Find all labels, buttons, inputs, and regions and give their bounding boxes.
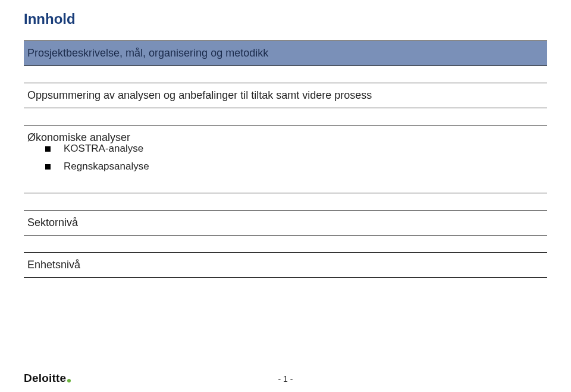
toc-item-enhetsniva: Enhetsnivå (24, 252, 547, 278)
toc-item-sektorniva: Sektornivå (24, 210, 547, 236)
logo-dot-icon (67, 379, 71, 382)
divider (24, 193, 547, 193)
page-number: - 1 - (278, 374, 293, 384)
toc-item-label: Prosjektbeskrivelse, mål, organisering o… (27, 47, 268, 59)
toc-subitem-label: KOSTRA-analyse (64, 143, 143, 155)
toc-item-label: Sektornivå (27, 217, 78, 228)
bullet-icon (45, 164, 51, 170)
toc-sublist: KOSTRA-analyse Regnskapsanalyse (24, 140, 547, 176)
toc-item-label: Økonomiske analyser (27, 131, 130, 143)
logo: Deloitte (24, 372, 71, 385)
toc-item-oppsummering: Oppsummering av analysen og anbefalinger… (24, 83, 547, 108)
toc-subitem-label: Regnskapsanalyse (64, 161, 149, 173)
document-page: Innhold Prosjektbeskrivelse, mål, organi… (0, 0, 571, 392)
toc-subitem-kostra: KOSTRA-analyse (24, 140, 547, 158)
toc-subitem-regnskap: Regnskapsanalyse (24, 158, 547, 176)
page-title: Innhold (24, 11, 547, 27)
page-footer: Deloitte - 1 - (24, 369, 547, 385)
toc-item-label: Enhetsnivå (27, 259, 80, 271)
bullet-icon (45, 146, 51, 152)
toc-item-prosjektbeskrivelse: Prosjektbeskrivelse, mål, organisering o… (24, 40, 547, 66)
toc-item-label: Oppsummering av analysen og anbefalinger… (27, 89, 372, 101)
logo-text: Deloitte (24, 372, 66, 385)
